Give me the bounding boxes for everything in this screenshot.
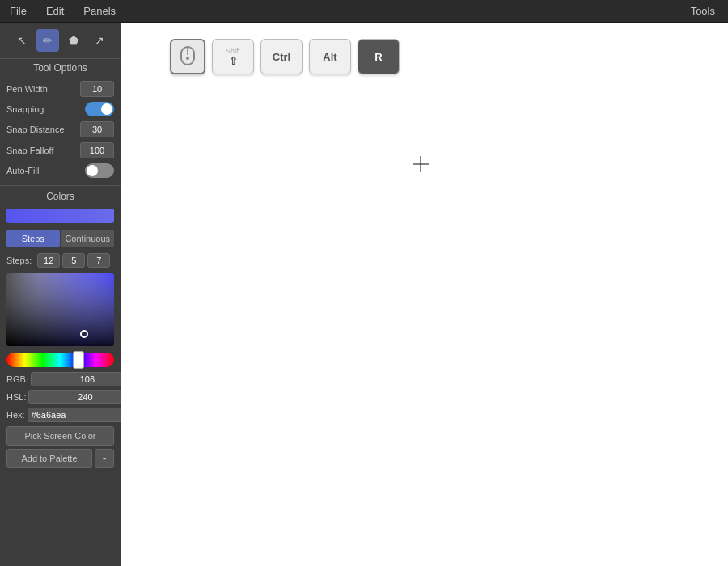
color-bar bbox=[6, 209, 114, 223]
alt-key-main-label: Alt bbox=[323, 51, 336, 63]
pen-width-row: Pen Width bbox=[0, 78, 121, 99]
auto-fill-row: Auto-Fill bbox=[0, 161, 121, 180]
r-key-box: R bbox=[358, 39, 400, 74]
hex-row: Hex: bbox=[0, 406, 121, 424]
svg-point-2 bbox=[186, 57, 189, 60]
crosshair-cursor bbox=[413, 156, 429, 172]
continuous-mode-button[interactable]: Continuous bbox=[61, 230, 115, 247]
ctrl-key-box: Ctrl bbox=[260, 39, 303, 74]
hsl-h-input[interactable] bbox=[28, 390, 121, 404]
menu-panels[interactable]: Panels bbox=[80, 3, 119, 19]
hsl-label: HSL: bbox=[6, 392, 26, 402]
color-picker-canvas bbox=[6, 273, 114, 346]
shape-tool-icon[interactable]: ⬟ bbox=[62, 29, 85, 52]
main-layout: ↖ ✏ ⬟ ↗ Tool Options Pen Width Snapping … bbox=[0, 23, 728, 566]
select-tool-icon[interactable]: ↖ bbox=[11, 29, 33, 52]
shift-key-top-label: Shift bbox=[226, 47, 240, 55]
mouse-icon bbox=[179, 45, 197, 68]
snap-falloff-input[interactable] bbox=[80, 142, 114, 158]
snapping-toggle[interactable] bbox=[85, 102, 114, 116]
pen-width-label: Pen Width bbox=[6, 84, 77, 94]
add-to-palette-button[interactable]: Add to Palette bbox=[6, 449, 92, 468]
step3-input[interactable] bbox=[87, 253, 110, 268]
snap-falloff-label: Snap Falloff bbox=[6, 146, 77, 155]
menu-file[interactable]: File bbox=[6, 3, 30, 19]
shift-key-box: Shift ⇧ bbox=[212, 39, 254, 74]
ctrl-key-main-label: Ctrl bbox=[273, 51, 290, 63]
hue-slider[interactable] bbox=[6, 353, 114, 367]
hex-label: Hex: bbox=[6, 410, 25, 420]
steps-row: Steps: bbox=[0, 251, 121, 270]
tool-icons: ↖ ✏ ⬟ ↗ bbox=[0, 23, 121, 58]
pen-tool-icon[interactable]: ✏ bbox=[36, 29, 59, 52]
steps-mode-button[interactable]: Steps bbox=[6, 230, 60, 247]
hsl-row: HSL: bbox=[0, 388, 121, 406]
mouse-key-box bbox=[170, 39, 205, 74]
color-picker-area[interactable] bbox=[6, 273, 114, 346]
pen-width-input[interactable] bbox=[80, 81, 114, 97]
rgb-label: RGB: bbox=[6, 374, 28, 384]
tools-label: Tools bbox=[691, 5, 715, 17]
steps-label: Steps: bbox=[6, 256, 32, 265]
hex-input[interactable] bbox=[28, 408, 121, 422]
path-tool-icon[interactable]: ↗ bbox=[88, 29, 111, 52]
sidebar: ↖ ✏ ⬟ ↗ Tool Options Pen Width Snapping … bbox=[0, 23, 121, 566]
pick-screen-color-button[interactable]: Pick Screen Color bbox=[6, 426, 114, 446]
rgb-r-input[interactable] bbox=[31, 372, 121, 386]
auto-fill-knob bbox=[87, 165, 98, 176]
key-indicators: Shift ⇧ Ctrl Alt R bbox=[170, 39, 400, 74]
snapping-knob bbox=[101, 103, 112, 115]
menu-edit[interactable]: Edit bbox=[43, 3, 67, 19]
colors-title: Colors bbox=[0, 185, 121, 205]
shift-key-main-label: ⇧ bbox=[229, 55, 238, 67]
snap-distance-row: Snap Distance bbox=[0, 119, 121, 140]
add-palette-row: Add to Palette - bbox=[6, 449, 114, 468]
snap-distance-label: Snap Distance bbox=[6, 125, 77, 134]
snapping-label: Snapping bbox=[6, 104, 82, 114]
hue-knob bbox=[73, 351, 84, 369]
menu-bar: File Edit Panels Tools bbox=[0, 0, 728, 23]
auto-fill-label: Auto-Fill bbox=[6, 166, 82, 175]
step1-input[interactable] bbox=[37, 253, 60, 268]
mode-buttons: Steps Continuous bbox=[6, 230, 114, 247]
r-key-main-label: R bbox=[375, 51, 382, 63]
step2-input[interactable] bbox=[62, 253, 85, 268]
tool-options-title: Tool Options bbox=[0, 58, 121, 78]
palette-minus-button[interactable]: - bbox=[95, 449, 114, 468]
snap-distance-input[interactable] bbox=[80, 121, 114, 137]
snap-falloff-row: Snap Falloff bbox=[0, 140, 121, 161]
snapping-row: Snapping bbox=[0, 99, 121, 119]
auto-fill-toggle[interactable] bbox=[85, 163, 114, 178]
canvas-area[interactable]: Shift ⇧ Ctrl Alt R bbox=[121, 23, 728, 566]
rgb-row: RGB: bbox=[0, 370, 121, 388]
alt-key-box: Alt bbox=[309, 39, 351, 74]
